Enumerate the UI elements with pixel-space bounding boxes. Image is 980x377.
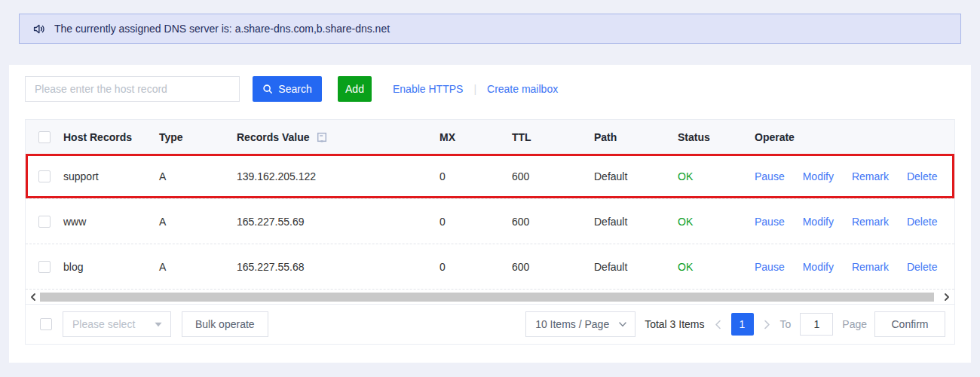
host-record-search-input[interactable] [25, 76, 240, 102]
cell-type: A [159, 261, 237, 273]
header-records-value-label: Records Value [237, 131, 310, 143]
header-records-value: Records Value [237, 131, 439, 143]
row-checkbox-cell [26, 261, 63, 273]
goto-label: To [780, 318, 792, 330]
goto-page-input[interactable] [800, 313, 833, 336]
page-size-value: 10 Items / Page [535, 318, 609, 330]
row-checkbox[interactable] [38, 216, 51, 228]
create-mailbox-link[interactable]: Create mailbox [487, 83, 558, 95]
cell-host: www [63, 216, 159, 228]
line-display-icon[interactable] [317, 132, 327, 143]
speaker-icon [32, 22, 46, 36]
add-button[interactable]: Add [338, 76, 372, 102]
cell-value: 165.227.55.68 [237, 261, 439, 273]
cell-mx: 0 [439, 261, 512, 273]
remark-link[interactable]: Remark [852, 216, 889, 228]
search-button[interactable]: Search [253, 76, 322, 102]
pause-link[interactable]: Pause [755, 170, 785, 182]
pause-link[interactable]: Pause [755, 261, 785, 273]
table-row: blog A 165.227.55.68 0 600 Default OK Pa… [26, 244, 954, 290]
modify-link[interactable]: Modify [803, 216, 834, 228]
row-checkbox-cell [26, 170, 63, 182]
footer-select-all-checkbox[interactable] [40, 318, 52, 330]
cell-ttl: 600 [512, 216, 594, 228]
table-row: support A 139.162.205.122 0 600 Default … [26, 154, 954, 199]
toolbar: Search Add Enable HTTPS | Create mailbox [25, 76, 955, 102]
row-checkbox-cell [26, 216, 63, 228]
header-ttl: TTL [512, 131, 594, 143]
enable-https-link[interactable]: Enable HTTPS [393, 83, 463, 95]
cell-ttl: 600 [512, 261, 594, 273]
row-checkbox[interactable] [38, 170, 51, 182]
modify-link[interactable]: Modify [803, 170, 834, 182]
page-label: Page [842, 318, 867, 330]
bulk-operate-button[interactable]: Bulk operate [182, 311, 268, 337]
cell-mx: 0 [439, 216, 512, 228]
row-actions: Pause Modify Remark Delete [755, 170, 954, 182]
scrollbar-thumb[interactable] [40, 293, 934, 302]
prev-page-icon[interactable] [715, 320, 721, 329]
confirm-button[interactable]: Confirm [874, 311, 945, 337]
chevron-down-icon [155, 322, 162, 327]
search-button-label: Search [278, 83, 311, 95]
cell-path: Default [594, 261, 678, 273]
header-operate: Operate [755, 131, 954, 143]
header-host-records: Host Records [63, 131, 159, 143]
row-checkbox[interactable] [38, 261, 51, 273]
cell-mx: 0 [439, 170, 512, 182]
cell-host: blog [63, 261, 159, 273]
cell-value: 165.227.55.69 [237, 216, 439, 228]
status-badge: OK [678, 170, 755, 182]
header-checkbox-cell [26, 131, 63, 143]
cell-value: 139.162.205.122 [237, 170, 439, 182]
bulk-select-placeholder: Please select [72, 318, 135, 330]
pause-link[interactable]: Pause [755, 216, 785, 228]
toolbar-divider: | [473, 83, 476, 95]
pagination: 10 Items / Page Total 3 Items 1 To Page … [525, 311, 945, 337]
delete-link[interactable]: Delete [907, 261, 937, 273]
delete-link[interactable]: Delete [907, 216, 937, 228]
status-badge: OK [678, 216, 755, 228]
table-footer: Please select Bulk operate 10 Items / Pa… [26, 304, 954, 344]
banner-text: The currently assigned DNS server is: a.… [54, 23, 390, 35]
delete-link[interactable]: Delete [907, 170, 937, 182]
row-actions: Pause Modify Remark Delete [755, 261, 954, 273]
main-card: Search Add Enable HTTPS | Create mailbox… [9, 65, 971, 363]
bulk-action-select[interactable]: Please select [63, 311, 171, 337]
cell-path: Default [594, 170, 678, 182]
cell-type: A [159, 170, 237, 182]
dns-server-banner: The currently assigned DNS server is: a.… [19, 14, 961, 44]
modify-link[interactable]: Modify [803, 261, 834, 273]
remark-link[interactable]: Remark [852, 170, 889, 182]
page-size-select[interactable]: 10 Items / Page [525, 311, 635, 337]
status-badge: OK [678, 261, 755, 273]
horizontal-scrollbar [26, 290, 954, 304]
total-items-label: Total 3 Items [645, 318, 704, 330]
search-icon [262, 84, 273, 94]
scroll-left-icon[interactable] [28, 291, 38, 303]
header-type: Type [159, 131, 237, 143]
cell-host: support [63, 170, 159, 182]
cell-ttl: 600 [512, 170, 594, 182]
dns-records-table: Host Records Type Records Value MX TTL P… [25, 119, 955, 345]
remark-link[interactable]: Remark [852, 261, 889, 273]
table-row: www A 165.227.55.69 0 600 Default OK Pau… [26, 199, 954, 244]
table-header-row: Host Records Type Records Value MX TTL P… [26, 120, 954, 154]
header-path: Path [594, 131, 678, 143]
row-actions: Pause Modify Remark Delete [755, 216, 954, 228]
cell-type: A [159, 216, 237, 228]
select-all-checkbox[interactable] [38, 131, 51, 143]
header-mx: MX [439, 131, 512, 143]
next-page-icon[interactable] [764, 320, 770, 329]
chevron-down-icon [619, 322, 626, 327]
header-status: Status [678, 131, 755, 143]
cell-path: Default [594, 216, 678, 228]
current-page-button[interactable]: 1 [731, 313, 754, 336]
scroll-right-icon[interactable] [942, 291, 952, 303]
